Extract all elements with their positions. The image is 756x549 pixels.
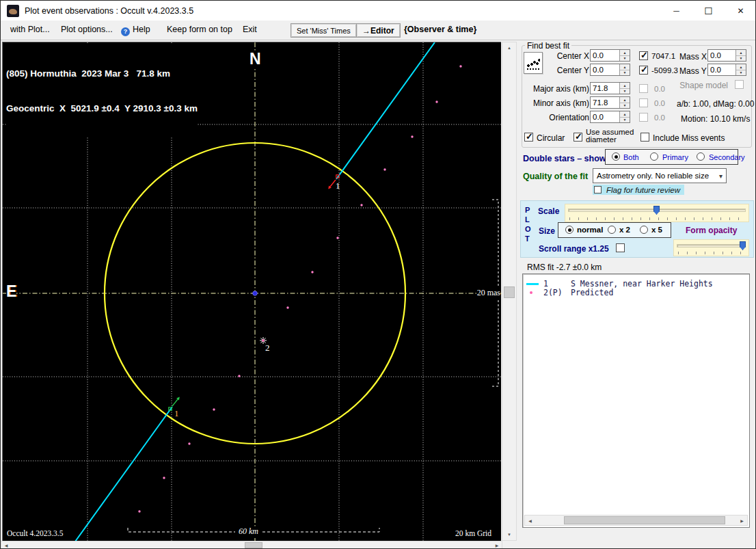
find-best-fit-label: Find best fit xyxy=(525,41,571,51)
north-label: N xyxy=(249,51,261,67)
minimize-icon[interactable]: ─ xyxy=(660,1,692,21)
mass-y-spinner[interactable]: 0.0 ▲▼ xyxy=(707,64,746,76)
legend-hscroll-thumb[interactable] xyxy=(564,516,725,524)
double-both-label: Both xyxy=(623,153,639,161)
plot-vscroll-thumb[interactable] xyxy=(504,286,515,298)
app-icon xyxy=(7,5,19,17)
mass-x-label: Mass X xyxy=(679,52,707,62)
spin-down-icon[interactable]: ▼ xyxy=(736,70,746,76)
spin-down-icon[interactable]: ▼ xyxy=(620,103,630,109)
plot-options-panel: P L O T Scale Size normal x 2 x 5 Form o… xyxy=(520,200,754,258)
scroll-down-icon[interactable]: ▼ xyxy=(502,529,516,540)
spin-down-icon[interactable]: ▼ xyxy=(620,56,630,62)
observed-chord-swatch xyxy=(526,283,539,285)
editor-button[interactable]: →Editor xyxy=(356,23,401,38)
form-opacity-track xyxy=(677,244,746,247)
grid-size-label: 20 km Grid xyxy=(455,529,491,537)
plot-title-line2: Geocentric X 5021.9 ±0.4 Y 2910.3 ±0.3 k… xyxy=(6,103,198,114)
scroll-right-icon[interactable]: ▶ xyxy=(737,515,747,525)
include-miss-checkbox[interactable] xyxy=(640,133,649,142)
km-scalebar-label: 60 km xyxy=(235,526,262,537)
legend-row-observed[interactable]: 1 S Messner, near Harker Heights xyxy=(523,279,749,289)
spin-down-icon[interactable]: ▼ xyxy=(620,70,630,76)
center-y-spinner[interactable]: 0.0 ▲▼ xyxy=(590,64,630,76)
size-x5-label: x 5 xyxy=(651,226,662,234)
spin-up-icon[interactable]: ▲ xyxy=(620,111,630,118)
chord2-predicted-label: 2 xyxy=(265,343,270,353)
assumed-diameter-label: Use assumed diameter xyxy=(586,129,635,144)
spin-up-icon[interactable]: ▲ xyxy=(620,50,630,56)
spin-up-icon[interactable]: ▲ xyxy=(736,50,746,56)
menu-exit[interactable]: Exit xyxy=(243,25,257,34)
menu-plot-options[interactable]: Plot options... xyxy=(61,25,113,34)
scroll-left-icon[interactable]: ◀ xyxy=(525,515,535,525)
fit-y-checkbox[interactable] xyxy=(639,66,648,75)
spin-up-icon[interactable]: ▲ xyxy=(620,64,630,70)
set-miss-times-button[interactable]: Set 'Miss' Times xyxy=(291,23,357,38)
plot-canvas[interactable]: (805) Hormuthia 2023 Mar 3 71.8 km Geoce… xyxy=(2,42,501,541)
plot-letter-t: T xyxy=(525,235,530,243)
spin-down-icon[interactable]: ▼ xyxy=(620,89,630,94)
legend-horizontal-scrollbar[interactable]: ◀ ▶ xyxy=(524,515,748,526)
orientation-aux-value: 0.0 xyxy=(654,113,665,122)
spin-down-icon[interactable]: ▼ xyxy=(620,118,630,123)
menu-help[interactable]: ?Help xyxy=(121,25,150,36)
close-icon[interactable]: ✕ xyxy=(725,1,756,21)
scroll-left-icon[interactable]: ◀ xyxy=(1,541,11,549)
menu-keep-on-top[interactable]: Keep form on top xyxy=(167,25,232,34)
maximize-icon[interactable]: ☐ xyxy=(692,1,725,21)
scroll-range-label: Scroll range x1.25 xyxy=(539,244,609,254)
fit-y-value: -5099.3 xyxy=(651,66,678,75)
plot-horizontal-scrollbar[interactable]: ◀ ▶ xyxy=(1,541,502,549)
plot-letter-p: P xyxy=(525,206,530,214)
observer-time-label: {Observer & time} xyxy=(404,25,476,34)
center-x-spinner[interactable]: 0.0 ▲▼ xyxy=(590,49,630,62)
menu-with-plot[interactable]: with Plot... xyxy=(10,25,50,34)
chord1-disappearance-label: 1 xyxy=(336,180,340,191)
major-axis-spinner[interactable]: 71.8 ▲▼ xyxy=(590,82,630,94)
major-aux-value: 0.0 xyxy=(654,85,665,93)
size-label: Size xyxy=(539,226,555,236)
double-both-radio[interactable] xyxy=(612,152,620,161)
scroll-up-icon[interactable]: ▲ xyxy=(502,42,516,53)
assumed-diameter-checkbox[interactable] xyxy=(573,133,582,142)
spin-up-icon[interactable]: ▲ xyxy=(736,64,746,70)
mass-x-spinner[interactable]: 0.0 ▲▼ xyxy=(707,49,746,62)
minor-axis-spinner[interactable]: 71.8 ▲▼ xyxy=(590,96,630,109)
legend-row-predicted[interactable]: 2(P) Predicted xyxy=(523,288,749,297)
orientation-spinner[interactable]: 0.0 ▲▼ xyxy=(590,111,630,123)
quality-combobox[interactable]: Astrometry only. No reliable size ▾ xyxy=(593,168,727,183)
scale-slider[interactable] xyxy=(565,204,749,222)
size-normal-radio[interactable] xyxy=(565,226,573,234)
flag-review-checkbox[interactable] xyxy=(594,186,602,193)
spin-up-icon[interactable]: ▲ xyxy=(620,83,630,89)
title-bar: Plot event observations : Occult v.4.202… xyxy=(1,1,756,21)
chord-legend-listbox[interactable]: 1 S Messner, near Harker Heights 2(P) Pr… xyxy=(522,273,750,528)
plot-vertical-scrollbar[interactable]: ▲ ▼ xyxy=(502,42,517,541)
plot-title-line1: (805) Hormuthia 2023 Mar 3 71.8 km xyxy=(6,68,198,79)
chevron-down-icon: ▾ xyxy=(719,172,723,180)
quality-value: Astrometry only. No reliable size xyxy=(597,172,709,180)
form-opacity-thumb[interactable] xyxy=(740,241,746,250)
mas-scale-label: 20 mas xyxy=(477,288,500,298)
size-x5-radio[interactable] xyxy=(640,226,648,234)
minor-fit-checkbox xyxy=(639,98,648,107)
circular-checkbox[interactable] xyxy=(524,133,533,142)
occult-plot-window: { "window": { "title": "Plot event obser… xyxy=(0,0,756,549)
quality-label: Quality of the fit xyxy=(523,172,588,181)
scale-slider-thumb[interactable] xyxy=(653,206,660,215)
major-fit-checkbox xyxy=(639,84,648,93)
double-primary-radio[interactable] xyxy=(650,152,658,161)
scroll-right-icon[interactable]: ▶ xyxy=(492,541,502,549)
plot-hscroll-thumb[interactable] xyxy=(245,542,262,548)
form-opacity-slider[interactable] xyxy=(673,239,749,256)
east-label: E xyxy=(6,284,16,299)
minor-axis-label: Minor axis (km) xyxy=(521,98,589,108)
scroll-range-checkbox[interactable] xyxy=(616,243,625,252)
size-x2-radio[interactable] xyxy=(608,226,616,234)
spin-up-icon[interactable]: ▲ xyxy=(620,97,630,103)
fit-x-checkbox[interactable] xyxy=(639,51,648,60)
double-secondary-radio[interactable] xyxy=(697,152,705,161)
minor-aux-value: 0.0 xyxy=(654,99,665,107)
spin-down-icon[interactable]: ▼ xyxy=(736,56,746,62)
